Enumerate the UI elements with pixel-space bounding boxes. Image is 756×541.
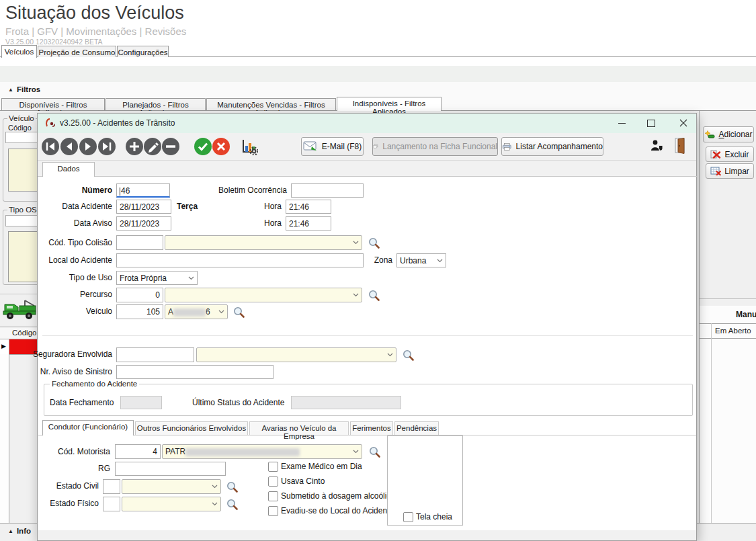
tipo-colisao-combo[interactable] xyxy=(165,235,362,250)
excluir-button[interactable]: Excluir xyxy=(706,147,754,162)
limpar-label: Limpar xyxy=(724,167,749,176)
sinistro-label: Nr. Aviso de Sinistro xyxy=(40,367,112,376)
seguradora-search-button[interactable] xyxy=(403,349,414,361)
listar-acompanhamento-button[interactable]: Listar Acompanhamento xyxy=(501,137,603,156)
chevron-down-icon xyxy=(437,259,443,263)
tab-manutencoes-vencidas[interactable]: Manutenções Vencidas - Filtros Aplicados xyxy=(206,98,336,110)
dialog-title: v3.25.00 - Acidentes de Trânsito xyxy=(60,118,175,128)
tab-disponiveis[interactable]: Disponíveis - Filtros Aplicados xyxy=(1,98,105,110)
tab-configuracoes[interactable]: Configurações xyxy=(117,46,169,57)
row-selector-column xyxy=(0,354,9,523)
exame-medico-checkbox[interactable] xyxy=(268,462,278,472)
user-shield-button[interactable] xyxy=(650,140,663,154)
tipo-colisao-code-input[interactable] xyxy=(116,235,163,250)
first-record-button[interactable] xyxy=(42,138,59,155)
estado-fisico-search-button[interactable] xyxy=(226,499,238,510)
dialog-titlebar[interactable]: v3.25.00 - Acidentes de Trânsito xyxy=(38,114,696,133)
close-button[interactable] xyxy=(672,114,695,132)
next-record-button[interactable] xyxy=(79,138,97,155)
tab-pendencias[interactable]: Pendências xyxy=(394,421,439,435)
veiculo-combo[interactable]: A6 xyxy=(165,304,228,319)
dosagem-alcoolica-checkbox[interactable] xyxy=(268,491,278,501)
percurso-search-button[interactable] xyxy=(368,290,380,301)
numero-label: Número xyxy=(82,185,112,195)
maximize-button[interactable] xyxy=(640,114,663,132)
weekday-label: Terça xyxy=(177,202,198,211)
tipo-colisao-search-button[interactable] xyxy=(368,237,380,249)
estado-civil-search-button[interactable] xyxy=(226,481,238,493)
percurso-combo[interactable] xyxy=(165,288,362,302)
exit-door-button[interactable] xyxy=(675,138,686,157)
tab-avarias[interactable]: Avarias no Veículo da Empresa xyxy=(249,421,349,435)
lancamento-ficha-button: Lançamento na Ficha Funcional xyxy=(372,137,498,156)
confirm-button[interactable] xyxy=(194,138,212,155)
rg-input[interactable] xyxy=(115,462,226,476)
data-acidente-input[interactable]: 28/11/2023 xyxy=(116,200,171,214)
previous-record-button[interactable] xyxy=(60,138,78,155)
zona-label: Zona xyxy=(374,255,392,265)
x-icon xyxy=(212,138,230,155)
seguradora-label: Seguradora Envolvida xyxy=(33,349,112,359)
hora-acidente-label: Hora xyxy=(264,202,282,211)
tab-indisponiveis[interactable]: Indisponíveis - Filtros Aplicados xyxy=(337,97,442,111)
left-grid-col-codigo: Código xyxy=(12,329,36,337)
hora-acidente-input[interactable]: 21:46 xyxy=(286,200,331,214)
tab-condutor[interactable]: Condutor (Funcionário) xyxy=(42,420,134,435)
cancel-button[interactable] xyxy=(212,138,230,155)
bar-chart-gear-icon xyxy=(241,138,258,155)
tipo-uso-select[interactable]: Frota Própria xyxy=(116,271,198,285)
tab-projecao-de-consumo[interactable]: Projeção de Consumo xyxy=(38,46,116,57)
motorista-code-input[interactable]: 4 xyxy=(115,444,161,459)
stacked-sheets-icon xyxy=(373,141,378,152)
veiculo-search-button[interactable] xyxy=(233,306,245,318)
rg-label: RG xyxy=(98,464,110,473)
tela-cheia-checkbox[interactable] xyxy=(403,512,413,522)
edit-record-button[interactable] xyxy=(144,138,161,155)
redacted-text xyxy=(173,308,206,317)
tab-ferimentos[interactable]: Ferimentos xyxy=(350,421,393,435)
filters-collapse-header[interactable]: ▲Filtros xyxy=(8,85,40,93)
numero-input[interactable]: 46 xyxy=(116,183,170,198)
info-collapse-header[interactable]: ▲Info xyxy=(8,527,31,535)
veiculo-code-input[interactable]: 105 xyxy=(116,304,163,319)
hora-aviso-value: 21:46 xyxy=(289,219,309,228)
email-button[interactable]: E-Mail (F8) xyxy=(301,137,364,156)
estado-civil-combo[interactable] xyxy=(122,479,221,494)
delete-record-button[interactable] xyxy=(162,138,179,155)
minimize-button[interactable] xyxy=(610,114,633,132)
motorista-search-button[interactable] xyxy=(369,446,380,458)
zona-value: Urbana xyxy=(400,256,426,265)
tab-dados[interactable]: Dados xyxy=(42,162,95,177)
evadiu-se-checkbox[interactable] xyxy=(268,506,278,516)
add-record-button[interactable] xyxy=(126,138,143,155)
tab-outros-funcionarios[interactable]: Outros Funcionários Envolvidos xyxy=(135,421,248,435)
seguradora-combo[interactable] xyxy=(196,347,396,362)
adicionar-button[interactable]: Adicionar xyxy=(703,126,754,142)
boletim-input[interactable] xyxy=(291,183,364,198)
estado-civil-code-input[interactable] xyxy=(103,479,120,494)
chevron-down-icon xyxy=(212,502,218,506)
usava-cinto-checkbox[interactable] xyxy=(268,476,278,487)
last-record-button[interactable] xyxy=(98,138,116,155)
hora-acidente-value: 21:46 xyxy=(289,202,309,212)
email-icon xyxy=(303,141,318,152)
sinistro-input[interactable] xyxy=(116,365,274,379)
subtab-strip-line xyxy=(38,435,696,435)
lancamento-ficha-label: Lançamento na Ficha Funcional xyxy=(382,142,497,151)
tab-veiculos[interactable]: Veículos xyxy=(1,45,37,58)
estado-fisico-code-input[interactable] xyxy=(103,497,120,511)
motorista-combo[interactable]: PATR xyxy=(162,444,362,459)
limpar-button[interactable]: Limpar xyxy=(706,163,754,179)
estado-fisico-combo[interactable] xyxy=(122,497,221,511)
data-aviso-input[interactable]: 28/11/2023 xyxy=(116,216,171,231)
percurso-code-input[interactable]: 0 xyxy=(116,288,163,302)
data-aviso-value: 28/11/2023 xyxy=(120,219,159,228)
zona-select[interactable]: Urbana xyxy=(396,253,446,267)
tab-planejados[interactable]: Planejados - Filtros Aplicados xyxy=(106,98,206,110)
form-separator-line xyxy=(42,335,693,336)
hora-aviso-input[interactable]: 21:46 xyxy=(286,216,331,231)
local-acidente-input[interactable] xyxy=(116,253,364,267)
chart-button[interactable] xyxy=(241,138,258,158)
chevron-down-icon xyxy=(188,276,194,280)
seguradora-code-input[interactable] xyxy=(116,347,194,362)
